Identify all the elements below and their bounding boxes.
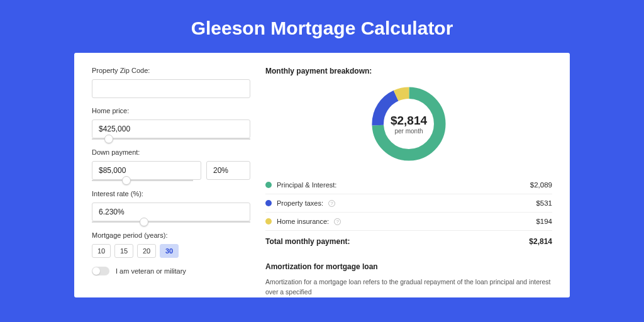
down-payment-input[interactable] (92, 161, 201, 180)
zip-field-group: Property Zip Code: (92, 67, 250, 98)
amortization-section: Amortization for mortgage loan Amortizat… (265, 262, 552, 297)
interest-rate-input[interactable] (92, 203, 250, 221)
period-btn-20[interactable]: 20 (137, 244, 156, 258)
insurance-value: $194 (536, 218, 552, 225)
zip-input[interactable] (92, 79, 250, 98)
insurance-label: Home insurance: (277, 218, 329, 225)
period-btn-10[interactable]: 10 (92, 244, 111, 258)
donut-sub: per month (391, 128, 427, 135)
mortgage-period-label: Mortgage period (years): (92, 231, 250, 239)
interest-rate-slider-thumb[interactable] (140, 218, 148, 226)
home-price-slider[interactable] (92, 138, 250, 140)
interest-rate-label: Interest rate (%): (92, 190, 250, 197)
total-label: Total monthly payment: (265, 237, 350, 246)
total-value: $2,814 (529, 237, 552, 246)
dot-icon-green (265, 182, 272, 188)
veteran-toggle-knob (92, 267, 100, 275)
results-column: Monthly payment breakdown: $2,814 per mo… (265, 67, 552, 297)
veteran-label: I am veteran or military (116, 267, 186, 275)
calculator-card: Property Zip Code: Home price: Down paym… (74, 53, 570, 297)
taxes-label: Property taxes: (277, 199, 323, 207)
amortization-title: Amortization for mortgage loan (265, 262, 552, 271)
home-price-slider-thumb[interactable] (104, 135, 113, 143)
period-btn-30[interactable]: 30 (160, 244, 179, 258)
taxes-value: $531 (536, 199, 552, 207)
breakdown-row-insurance: Home insurance: ? $194 (265, 213, 552, 231)
total-row: Total monthly payment: $2,814 (265, 231, 552, 252)
info-icon[interactable]: ? (334, 218, 341, 225)
home-price-field-group: Home price: (92, 107, 250, 140)
down-payment-slider[interactable] (92, 180, 193, 181)
dot-icon-yellow (265, 218, 272, 225)
down-payment-slider-thumb[interactable] (122, 176, 131, 185)
amortization-text: Amortization for a mortgage loan refers … (265, 277, 552, 297)
principal-value: $2,089 (530, 181, 552, 189)
donut-chart: $2,814 per month (265, 83, 552, 165)
home-price-input[interactable] (92, 119, 250, 138)
down-payment-field-group: Down payment: (92, 148, 250, 181)
breakdown-row-taxes: Property taxes: ? $531 (265, 194, 552, 213)
donut-center: $2,814 per month (391, 114, 427, 135)
info-icon[interactable]: ? (328, 200, 335, 207)
mortgage-period-options: 10 15 20 30 (92, 244, 250, 258)
mortgage-period-field-group: Mortgage period (years): 10 15 20 30 (92, 231, 250, 258)
interest-rate-field-group: Interest rate (%): (92, 190, 250, 223)
interest-rate-slider[interactable] (92, 221, 250, 223)
dot-icon-blue (265, 200, 272, 206)
period-btn-15[interactable]: 15 (114, 244, 133, 258)
down-payment-percent-input[interactable] (206, 161, 250, 180)
breakdown-row-principal: Principal & Interest: $2,089 (265, 176, 552, 194)
zip-label: Property Zip Code: (92, 67, 250, 74)
down-payment-label: Down payment: (92, 148, 250, 156)
breakdown-title: Monthly payment breakdown: (265, 67, 552, 75)
donut-amount: $2,814 (391, 114, 427, 128)
home-price-label: Home price: (92, 107, 250, 114)
veteran-toggle[interactable] (92, 267, 109, 275)
veteran-toggle-row: I am veteran or military (92, 267, 250, 275)
inputs-column: Property Zip Code: Home price: Down paym… (92, 67, 250, 297)
principal-label: Principal & Interest: (277, 181, 336, 189)
page-title: Gleeson Mortgage Calculator (0, 0, 644, 53)
